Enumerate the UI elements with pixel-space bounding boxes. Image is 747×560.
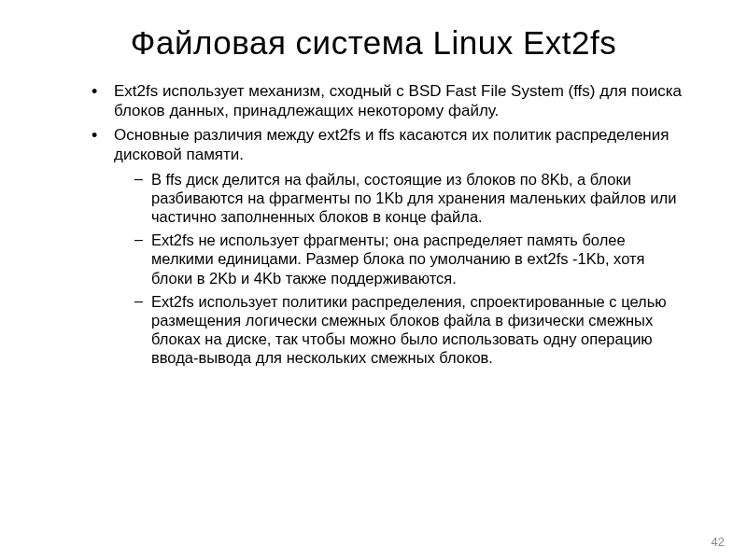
bullet-item: Ext2fs использует механизм, сходный с BS… xyxy=(92,82,684,120)
sub-bullet-text: Ext2fs не использует фрагменты; она расп… xyxy=(151,231,644,286)
bullet-item: Основные различия между ext2fs и ffs кас… xyxy=(92,126,684,367)
bullet-list: Ext2fs использует механизм, сходный с BS… xyxy=(92,82,684,367)
sub-bullet-item: Ext2fs не использует фрагменты; она расп… xyxy=(134,231,684,287)
sub-bullet-text: Ext2fs использует политики распределения… xyxy=(151,293,667,366)
sub-bullet-text: В ffs диск делится на файлы, состоящие и… xyxy=(151,171,676,225)
slide-content: Ext2fs использует механизм, сходный с BS… xyxy=(37,82,710,367)
sub-bullet-list: В ffs диск делится на файлы, состоящие и… xyxy=(114,170,684,367)
slide-title: Файловая система Linux Ext2fs xyxy=(37,24,710,62)
bullet-text: Основные различия между ext2fs и ffs кас… xyxy=(114,126,669,163)
sub-bullet-item: Ext2fs использует политики распределения… xyxy=(134,292,684,368)
sub-bullet-item: В ffs диск делится на файлы, состоящие и… xyxy=(134,170,684,226)
page-number: 42 xyxy=(712,535,725,549)
bullet-text: Ext2fs использует механизм, сходный с BS… xyxy=(114,82,682,119)
